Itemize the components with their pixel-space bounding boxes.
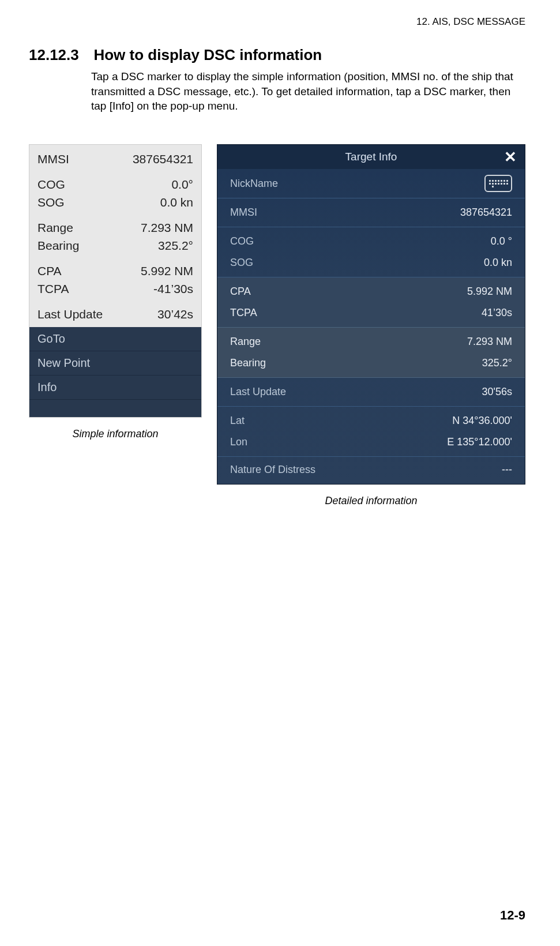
simple-popup-menu: GoTo New Point Info (29, 327, 201, 417)
label-sog: SOG (37, 194, 65, 211)
detail-title: Target Info (345, 151, 397, 163)
detail-header: Target Info ✕ (217, 145, 525, 169)
simple-row-cog: COG 0.0° (37, 176, 193, 193)
simple-row-last-update: Last Update 30’42s (37, 306, 193, 323)
value-bearing-d: 325.2° (482, 357, 512, 369)
label-bearing: Bearing (37, 237, 79, 254)
detail-row-lat: Lat N 34°36.000' (217, 410, 525, 431)
detail-row-nature-of-distress: Nature Of Distress --- (217, 457, 525, 484)
detail-row-range: Range 7.293 NM (217, 331, 525, 352)
label-sog-d: SOG (230, 257, 253, 269)
close-icon[interactable]: ✕ (504, 148, 517, 166)
value-cog-d: 0.0 ° (491, 235, 512, 247)
label-cog-d: COG (230, 235, 254, 247)
value-cog: 0.0° (171, 176, 193, 193)
detail-row-nickname[interactable]: NickName (217, 169, 525, 198)
value-sog: 0.0 kn (160, 194, 193, 211)
detail-caption: Detailed information (217, 495, 525, 507)
section-heading: 12.12.3 How to display DSC information (29, 46, 525, 64)
simple-info-panel: MMSI 387654321 COG 0.0° SOG 0.0 kn Range (29, 144, 202, 418)
page-number: 12-9 (500, 908, 525, 923)
detailed-info-panel: Target Info ✕ NickName MMS (217, 144, 525, 485)
label-lon: Lon (230, 436, 247, 448)
label-nickname: NickName (230, 178, 278, 190)
value-lat: N 34°36.000' (452, 415, 512, 427)
value-range-d: 7.293 NM (467, 336, 512, 348)
detail-row-sog: SOG 0.0 kn (217, 252, 525, 273)
simple-row-tcpa: TCPA -41’30s (37, 280, 193, 298)
value-cpa: 5.992 NM (141, 262, 193, 280)
label-bearing-d: Bearing (230, 357, 266, 369)
label-last-update: Last Update (37, 306, 103, 323)
value-last-d: 30'56s (482, 386, 512, 398)
label-mmsi: MMSI (37, 151, 69, 168)
page-header: 12. AIS, DSC MESSAGE (416, 16, 525, 28)
value-nod: --- (502, 464, 512, 476)
label-tcpa-d: TCPA (230, 307, 257, 319)
detail-row-bearing: Bearing 325.2° (217, 352, 525, 374)
value-lon: E 135°12.000' (447, 436, 512, 448)
simple-row-mmsi: MMSI 387654321 (37, 151, 193, 168)
keyboard-icon[interactable] (484, 175, 512, 192)
label-range: Range (37, 219, 73, 236)
detail-row-mmsi: MMSI 387654321 (217, 202, 525, 223)
simple-row-cpa: CPA 5.992 NM (37, 262, 193, 280)
simple-row-range: Range 7.293 NM (37, 219, 193, 236)
value-bearing: 325.2° (158, 237, 193, 254)
value-cpa-d: 5.992 NM (467, 286, 512, 298)
value-mmsi-d: 387654321 (460, 207, 512, 219)
label-cpa: CPA (37, 262, 62, 280)
label-last-d: Last Update (230, 386, 286, 398)
label-cpa-d: CPA (230, 286, 251, 298)
simple-row-bearing: Bearing 325.2° (37, 237, 193, 254)
detail-row-tcpa: TCPA 41’30s (217, 302, 525, 324)
value-last-update: 30’42s (157, 306, 193, 323)
section-body: Tap a DSC marker to display the simple i… (91, 69, 525, 114)
value-tcpa: -41’30s (153, 280, 193, 298)
section-number: 12.12.3 (29, 46, 91, 64)
menu-new-point[interactable]: New Point (29, 351, 201, 376)
detail-row-cpa: CPA 5.992 NM (217, 281, 525, 302)
label-cog: COG (37, 176, 65, 193)
value-range: 7.293 NM (141, 219, 193, 236)
label-lat: Lat (230, 415, 245, 427)
detail-row-cog: COG 0.0 ° (217, 231, 525, 252)
menu-goto[interactable]: GoTo (29, 327, 201, 351)
label-range-d: Range (230, 336, 261, 348)
label-tcpa: TCPA (37, 280, 69, 298)
menu-info[interactable]: Info (29, 376, 201, 400)
detail-row-lon: Lon E 135°12.000' (217, 431, 525, 453)
section-title: How to display DSC information (93, 46, 322, 64)
value-tcpa-d: 41’30s (482, 307, 512, 319)
label-nod: Nature Of Distress (230, 464, 315, 476)
simple-caption: Simple information (29, 428, 202, 440)
detail-row-last-update: Last Update 30'56s (217, 381, 525, 403)
label-mmsi-d: MMSI (230, 207, 257, 219)
value-mmsi: 387654321 (133, 151, 193, 168)
simple-row-sog: SOG 0.0 kn (37, 194, 193, 211)
value-sog-d: 0.0 kn (484, 257, 512, 269)
